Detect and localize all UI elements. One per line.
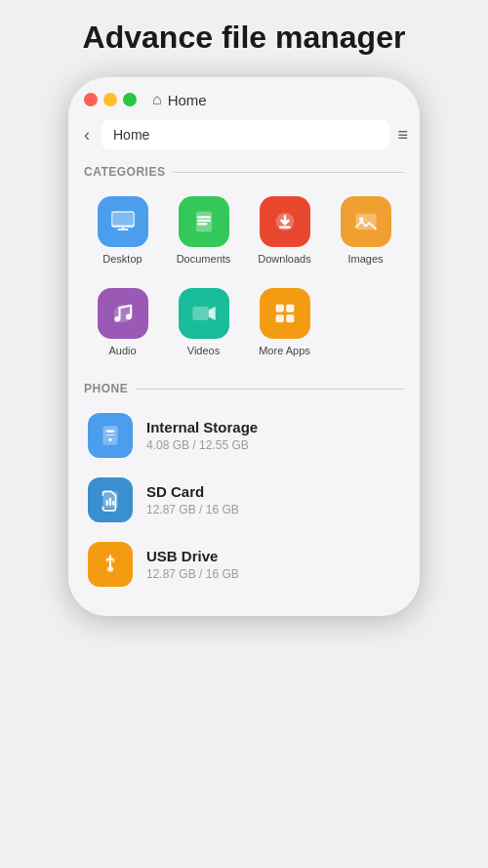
storage-list: Internal Storage 4.08 GB / 12.55 GB	[84, 403, 404, 597]
phone-section-title: PHONE	[84, 382, 404, 395]
list-item-usb[interactable]: USB Drive 12.87 GB / 16 GB	[84, 532, 404, 597]
list-view-icon[interactable]: ≡	[397, 125, 408, 145]
sd-card-size: 12.87 GB / 16 GB	[146, 503, 239, 517]
images-icon	[341, 196, 391, 247]
downloads-label: Downloads	[258, 253, 310, 265]
usb-drive-icon	[88, 542, 133, 587]
svg-point-17	[108, 438, 111, 441]
categories-grid: Desktop Documents	[84, 186, 404, 366]
back-button[interactable]: ‹	[80, 121, 94, 149]
internal-storage-name: Internal Storage	[146, 419, 258, 435]
desktop-icon	[98, 196, 148, 247]
traffic-light-red[interactable]	[84, 93, 98, 106]
usb-drive-name: USB Drive	[146, 548, 239, 564]
categories-section-title: CATEGORIES	[84, 165, 404, 179]
documents-icon	[179, 196, 229, 247]
videos-icon	[179, 288, 229, 339]
category-item-images[interactable]: Images	[327, 186, 404, 274]
sd-card-name: SD Card	[146, 483, 239, 500]
category-item-documents[interactable]: Documents	[165, 186, 242, 274]
sd-card-icon	[88, 477, 133, 522]
svg-rect-24	[107, 566, 114, 571]
downloads-icon	[260, 196, 310, 247]
home-label: Home	[168, 92, 207, 108]
images-label: Images	[347, 253, 383, 265]
content-area: CATEGORIES Desktop	[68, 157, 420, 616]
svg-rect-12	[275, 305, 283, 312]
internal-storage-info: Internal Storage 4.08 GB / 12.55 GB	[146, 419, 258, 452]
category-item-videos[interactable]: Videos	[165, 278, 242, 366]
sd-card-info: SD Card 12.87 GB / 16 GB	[146, 483, 239, 517]
list-item-sd-card[interactable]: SD Card 12.87 GB / 16 GB	[84, 468, 404, 532]
svg-rect-19	[106, 434, 115, 435]
category-item-more-apps[interactable]: More Apps	[246, 278, 323, 366]
usb-drive-size: 12.87 GB / 16 GB	[146, 567, 239, 581]
category-item-downloads[interactable]: Downloads	[246, 186, 323, 274]
traffic-light-yellow[interactable]	[103, 93, 117, 106]
page-title: Advance file manager	[83, 20, 406, 56]
desktop-label: Desktop	[102, 253, 142, 265]
audio-icon	[98, 288, 148, 339]
home-icon: ⌂	[152, 91, 162, 108]
audio-label: Audio	[108, 345, 136, 356]
svg-rect-14	[275, 314, 283, 322]
traffic-light-green[interactable]	[123, 93, 137, 106]
svg-rect-22	[109, 498, 111, 506]
internal-storage-icon	[88, 413, 133, 458]
documents-label: Documents	[177, 253, 231, 265]
svg-rect-23	[112, 501, 114, 505]
category-item-desktop[interactable]: Desktop	[84, 186, 161, 274]
nav-bar: ‹ ≡	[68, 116, 420, 157]
more-apps-label: More Apps	[259, 345, 310, 356]
title-bar: ⌂ Home	[68, 77, 420, 116]
svg-rect-26	[112, 559, 114, 562]
svg-rect-18	[106, 431, 115, 433]
phone-frame: ⌂ Home ‹ ≡ CATEGORIES	[68, 77, 420, 616]
home-icon-area: ⌂ Home	[152, 91, 207, 108]
internal-storage-size: 4.08 GB / 12.55 GB	[146, 438, 258, 452]
svg-point-10	[125, 314, 131, 320]
svg-rect-3	[112, 213, 133, 226]
svg-rect-25	[106, 559, 108, 562]
svg-rect-13	[286, 305, 294, 312]
videos-label: Videos	[187, 345, 220, 356]
phone-section: PHONE Internal Storage 4.08 GB	[84, 382, 404, 597]
category-item-audio[interactable]: Audio	[84, 278, 161, 366]
list-item-internal[interactable]: Internal Storage 4.08 GB / 12.55 GB	[84, 403, 404, 468]
svg-rect-15	[286, 314, 294, 322]
svg-rect-21	[106, 500, 108, 505]
search-input[interactable]	[102, 120, 389, 149]
usb-drive-info: USB Drive 12.87 GB / 16 GB	[146, 548, 239, 581]
svg-rect-11	[192, 307, 208, 320]
traffic-lights	[84, 93, 137, 106]
svg-point-9	[114, 316, 120, 322]
more-apps-icon	[260, 288, 310, 339]
